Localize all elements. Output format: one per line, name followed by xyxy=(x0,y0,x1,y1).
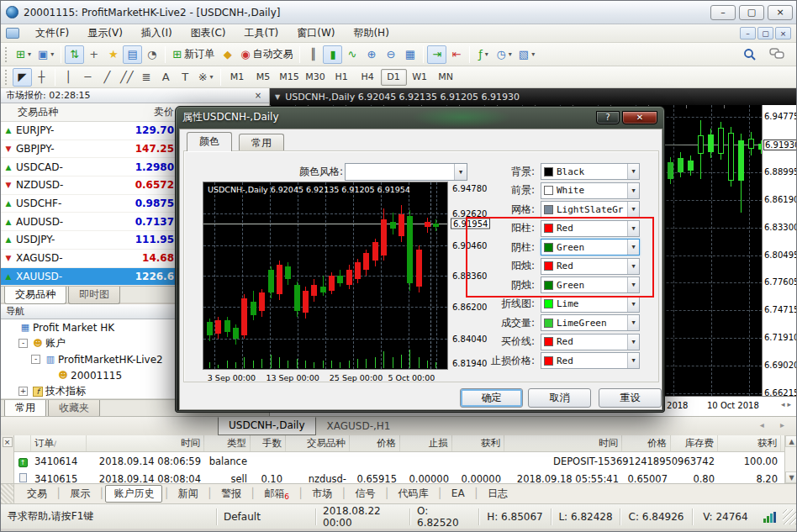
timeframe-h1-button[interactable]: H1 xyxy=(329,69,355,86)
column-header-icon[interactable] xyxy=(14,435,31,451)
profiles-button[interactable]: ▣▾ xyxy=(34,45,57,64)
ok-button[interactable]: 确定 xyxy=(460,388,523,408)
toolbar-grip[interactable] xyxy=(5,70,9,85)
timeframe-w1-button[interactable]: W1 xyxy=(407,69,433,86)
zoom-in-button[interactable]: ⊕ xyxy=(362,45,381,64)
timeframe-m5-button[interactable]: M5 xyxy=(251,69,277,86)
timeframe-h4-button[interactable]: H4 xyxy=(355,69,381,86)
timeframe-m1-button[interactable]: M1 xyxy=(224,69,251,86)
autotrading-button[interactable]: ◉自动交易 xyxy=(237,45,296,64)
market-watch-tab[interactable]: 即时图 xyxy=(68,287,120,304)
terminal-scrollbar[interactable]: ▲ ▼ xyxy=(784,435,797,483)
bar-chart-type-button[interactable]: ║ xyxy=(303,45,323,64)
color-select-limegreen[interactable]: LimeGreen▼ xyxy=(541,314,640,331)
timeframe-m30-button[interactable]: M30 xyxy=(303,69,329,86)
mdi-minimize-button[interactable]: – xyxy=(740,27,756,40)
column-header-symbol[interactable]: 交易品种 xyxy=(286,435,350,451)
terminal-tab-item[interactable]: 警报 xyxy=(214,485,249,503)
menu-item[interactable]: 帮助(H) xyxy=(344,24,398,42)
cancel-button[interactable]: 取消 xyxy=(528,388,591,408)
close-button[interactable]: × xyxy=(768,5,793,20)
menu-item[interactable]: 图表(C) xyxy=(182,24,235,42)
color-select-green[interactable]: Green▼ xyxy=(541,239,640,255)
terminal-tab-item[interactable]: 交易 xyxy=(19,485,55,503)
symbol-column-header[interactable]: 交易品种 xyxy=(1,105,98,119)
menu-item[interactable]: 文件(F) xyxy=(26,24,78,42)
menu-item[interactable]: 显示(V) xyxy=(78,24,132,42)
column-header-time[interactable]: 时间 xyxy=(87,435,204,451)
zoom-out-button[interactable]: ⊖ xyxy=(381,45,400,64)
dialog-tab-colors[interactable]: 颜色 xyxy=(187,132,232,151)
color-select-red[interactable]: Red▼ xyxy=(541,220,640,237)
color-select-lime[interactable]: Lime▼ xyxy=(541,296,640,313)
scroll-up-icon[interactable]: ▲ xyxy=(785,435,797,447)
horizontal-line-tool-button[interactable]: ─ xyxy=(78,68,98,87)
terminal-toggle-button[interactable]: ▤ xyxy=(123,45,142,64)
scroll-down-icon[interactable]: ▼ xyxy=(785,471,797,483)
terminal-tab-ea[interactable]: EA xyxy=(444,486,472,501)
indicators-list-button[interactable]: ƒ▾ xyxy=(473,45,493,64)
market-watch-tab[interactable]: 交易品种 xyxy=(4,287,66,304)
color-select-lightslategr[interactable]: LightSlateGr▼ xyxy=(541,201,640,218)
dialog-close-button[interactable]: ✕ xyxy=(622,111,657,124)
status-profile[interactable]: Default xyxy=(217,508,316,525)
label-tool-button[interactable]: T xyxy=(176,68,195,87)
strategy-tester-button[interactable]: ◔ xyxy=(142,45,161,64)
terminal-tab-item[interactable]: 账户历史 xyxy=(105,485,162,503)
color-scheme-select[interactable]: ▼ xyxy=(345,163,467,181)
dialog-tab-common[interactable]: 常用 xyxy=(239,134,284,151)
color-select-green[interactable]: Green▼ xyxy=(541,277,640,293)
minimize-button[interactable]: – xyxy=(710,5,736,20)
terminal-tab-item[interactable]: 日志 xyxy=(480,485,515,503)
column-header-price2[interactable]: 价格 xyxy=(622,435,671,451)
cursor-tool-button[interactable]: ◤ xyxy=(13,68,32,87)
chart-window-header[interactable]: ▼ USDCNH-,Daily 6.92045 6.92135 6.91205 … xyxy=(270,88,797,105)
terminal-row-clipped[interactable]: 34106152018.09.14 08:08:04sell0.10nzdusd… xyxy=(14,470,784,483)
chat-icon[interactable] xyxy=(768,45,786,64)
column-header-profit[interactable]: 获利 xyxy=(718,435,781,451)
templates-list-button[interactable]: ▧▾ xyxy=(515,45,538,64)
timeframe-d1-button[interactable]: D1 xyxy=(381,69,407,86)
column-header-tp[interactable]: 获利 xyxy=(452,435,504,451)
resize-grip[interactable] xyxy=(783,509,797,524)
terminal-tab-item[interactable]: 市场 xyxy=(304,485,340,503)
column-header-price[interactable]: 价格 xyxy=(350,435,400,451)
text-tool-button[interactable]: A xyxy=(156,68,176,87)
menu-item[interactable]: 窗口(W) xyxy=(288,24,344,42)
color-select-red[interactable]: Red▼ xyxy=(541,258,640,275)
arrows-tool-button[interactable]: ※▾ xyxy=(195,68,217,87)
tree-expander-icon[interactable]: - xyxy=(31,355,40,364)
search-icon[interactable] xyxy=(741,45,759,64)
bid-column-header[interactable]: 卖价 xyxy=(98,105,174,119)
terminal-tab-item[interactable]: 展示 xyxy=(62,485,98,503)
crosshair-tool-button[interactable]: ┼ xyxy=(32,68,51,87)
time-scroll-arrows-icon[interactable]: ◂ ▸ xyxy=(781,400,791,408)
timeframe-m15-button[interactable]: M15 xyxy=(277,69,303,86)
terminal-close-icon[interactable]: × xyxy=(3,437,13,447)
column-header-swap[interactable]: 库存费 xyxy=(671,435,718,451)
column-header-time2[interactable]: 时间 xyxy=(504,435,622,451)
color-select-red[interactable]: Red▼ xyxy=(541,334,640,350)
dialog-title-bar[interactable]: 属性USDCNH-,Daily ? ✕ xyxy=(176,107,664,128)
trendline-tool-button[interactable]: ╱ xyxy=(98,68,117,87)
toolbar-grip[interactable] xyxy=(5,47,9,62)
collapse-icon[interactable]: ▼ xyxy=(275,93,280,101)
tree-expander-icon[interactable]: - xyxy=(18,339,28,348)
chart-tab[interactable]: USDCNH-,Daily xyxy=(218,417,316,435)
metaeditor-button[interactable]: ◆ xyxy=(218,45,237,64)
navigator-toggle-button[interactable]: ★ xyxy=(103,45,123,64)
auto-scroll-button[interactable]: ⇤ xyxy=(446,45,466,64)
candle-chart-type-button[interactable]: ▮ xyxy=(323,45,342,64)
tab-scroll-arrows-icon[interactable]: ◂ ▸ xyxy=(760,420,791,429)
dialog-help-button[interactable]: ? xyxy=(596,111,620,124)
chart-shift-button[interactable]: ⇥ xyxy=(427,45,446,64)
terminal-tab-item[interactable]: 新闻 xyxy=(171,485,206,503)
color-select-black[interactable]: Black▼ xyxy=(541,163,640,180)
terminal-grip[interactable] xyxy=(1,484,14,503)
market-watch-close-icon[interactable]: × xyxy=(252,91,264,100)
chart-tab[interactable]: XAGUSD-,H1 xyxy=(316,418,402,435)
mdi-restore-button[interactable]: ▢ xyxy=(757,27,773,40)
timeframe-mn-button[interactable]: MN xyxy=(433,69,459,86)
mdi-close-button[interactable]: × xyxy=(775,27,791,40)
fibonacci-tool-button[interactable]: ≣ xyxy=(137,68,156,87)
